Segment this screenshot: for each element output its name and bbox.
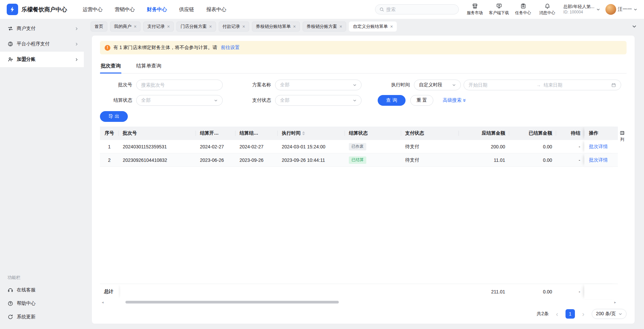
field-label: 执行时间 xyxy=(378,82,410,88)
table-row[interactable]: 2 20230926104410832 2023-06-26 2023-09-2… xyxy=(100,153,618,167)
sidebar-item-label: 系统更新 xyxy=(17,314,36,320)
exec-time-mode-select[interactable]: 自定义时段 xyxy=(414,80,461,90)
warning-icon: ! xyxy=(105,45,110,51)
table-header-row: 序号 批次号 结算开… 结算结… 执行时间 结算状态 支付状态 应结算金额 已 xyxy=(100,127,618,140)
filter-plan-name: 方案名称 全部 xyxy=(239,80,362,90)
nav-operation-center[interactable]: 运营中心 xyxy=(83,6,103,13)
table-row[interactable]: 1 20240301152359531 2024-02-27 2024-02-2… xyxy=(100,140,618,153)
tabstrip-collapse-button[interactable] xyxy=(631,23,638,30)
close-icon[interactable]: × xyxy=(293,24,296,29)
tab-payment-records[interactable]: 支付记录 × xyxy=(143,21,174,32)
tab-batch-query[interactable]: 批次查询 xyxy=(100,59,121,73)
scrollbar-thumb[interactable] xyxy=(125,301,338,303)
sidebar-item-merchant-pay[interactable]: 商户支付 xyxy=(0,21,84,36)
column-settings-button[interactable]: 列 xyxy=(618,127,627,304)
cell-pay-status: 待支付 xyxy=(401,153,459,167)
cell-settle-start: 2023-06-26 xyxy=(196,153,235,167)
chevron-down-icon xyxy=(452,83,456,87)
sidebar-item-online-service[interactable]: 在线客服 xyxy=(0,283,84,297)
cell-pay-status: 待支付 xyxy=(401,140,459,153)
date-range-picker[interactable]: → xyxy=(464,80,621,90)
summary-row: 总计 211.01 0.00 - xyxy=(100,284,618,299)
task-center-button[interactable]: 任务中心 xyxy=(513,3,534,16)
cell-action: 批次详情 xyxy=(584,153,618,167)
scroll-right-arrow[interactable]: ▸ xyxy=(612,300,618,304)
search-button[interactable]: 查询 xyxy=(378,95,406,106)
batch-no-input[interactable] xyxy=(141,82,218,88)
scrollbar-track[interactable] xyxy=(105,301,612,303)
tab-settlement-query[interactable]: 结算单查询 xyxy=(136,59,162,73)
client-download-button[interactable]: 客户端下载 xyxy=(488,3,510,16)
end-date-input[interactable] xyxy=(544,82,609,88)
org-id: ID: 100004 xyxy=(564,10,583,15)
sidebar-item-label: 商户支付 xyxy=(17,26,36,32)
tab-coupon-split-plan[interactable]: 券核销分账方案 × xyxy=(303,21,346,32)
close-icon[interactable]: × xyxy=(390,24,393,29)
header-cell-action: 操作 xyxy=(584,127,618,140)
page-1-button[interactable]: 1 xyxy=(566,309,575,319)
pay-status-select[interactable]: 全部 xyxy=(275,95,362,106)
batch-detail-link[interactable]: 批次详情 xyxy=(589,157,608,163)
tab-coupon-split-settlement[interactable]: 券核销分账结算单 × xyxy=(252,21,300,32)
chevron-down-icon xyxy=(634,8,637,11)
sidebar-item-help-center[interactable]: 帮助中心 xyxy=(0,297,84,310)
nav-report-center[interactable]: 报表中心 xyxy=(206,6,226,13)
nav-marketing-center[interactable]: 营销中心 xyxy=(115,6,135,13)
sidebar-item-franchise-split[interactable]: 加盟分账 xyxy=(0,52,84,67)
prev-page-button[interactable]: ‹ xyxy=(553,309,561,319)
nav-supply-chain[interactable]: 供应链 xyxy=(179,6,194,13)
header-cell-amount-pending: 待结 xyxy=(556,127,584,140)
close-icon[interactable]: × xyxy=(339,24,342,29)
reset-button[interactable]: 重置 xyxy=(410,95,433,106)
service-market-button[interactable]: 服务市场 xyxy=(464,3,486,16)
summary-action-cell xyxy=(584,284,618,299)
advanced-search-link[interactable]: 高级搜索 xyxy=(443,97,466,103)
org-switcher[interactable]: 总部/年轻人第... ID: 100004 xyxy=(564,4,600,14)
user-menu[interactable]: 汪一一 xyxy=(605,4,637,15)
tab-label: 自定义分账结算单 xyxy=(353,23,388,30)
tab-home[interactable]: 首页 xyxy=(91,21,107,32)
start-date-input[interactable] xyxy=(469,82,534,88)
message-center-button[interactable]: 消息中心 xyxy=(537,3,558,16)
chevron-right-icon xyxy=(75,42,78,46)
global-search[interactable] xyxy=(375,4,459,14)
header-cell-exec-time[interactable]: 执行时间 xyxy=(278,127,345,140)
page-size-select[interactable]: 200 条/页 xyxy=(592,309,627,319)
sidebar-item-label: 帮助中心 xyxy=(17,300,36,307)
advanced-search-label: 高级搜索 xyxy=(443,97,462,103)
close-icon[interactable]: × xyxy=(209,24,212,29)
tab-custom-split-settlement[interactable]: 自定义分账结算单 × xyxy=(349,21,397,32)
filter-row-2: 结算状态 全部 支付状态 全部 xyxy=(100,95,627,106)
sort-icon[interactable] xyxy=(302,131,305,135)
search-input[interactable] xyxy=(386,7,454,12)
task-center-icon xyxy=(520,3,526,9)
cell-amount-due: 200.00 xyxy=(459,140,509,153)
tab-store-split-plan[interactable]: 门店分账方案 × xyxy=(176,21,216,32)
go-to-settings-link[interactable]: 前往设置 xyxy=(221,45,240,51)
batch-detail-link[interactable]: 批次详情 xyxy=(589,144,608,150)
refresh-icon xyxy=(7,314,13,320)
sidebar-item-platform-miniprogram-pay[interactable]: 平台小程序支付 xyxy=(0,36,84,52)
sidebar-item-system-update[interactable]: 系统更新 xyxy=(0,310,84,324)
quick-action-label: 任务中心 xyxy=(515,10,531,16)
tab-my-merchant[interactable]: 我的商户 × xyxy=(110,21,141,32)
summary-spacer xyxy=(119,284,459,299)
cell-settle-end: 2024-02-27 xyxy=(235,140,278,153)
store-icon xyxy=(472,3,478,9)
cell-settle-end: 2023-09-26 xyxy=(235,153,278,167)
sidebar: 商户支付 平台小程序支付 加盟分账 xyxy=(0,19,84,329)
nav-finance-center[interactable]: 财务中心 xyxy=(147,6,167,13)
export-button[interactable]: 导出 xyxy=(100,111,128,122)
tab-payout-records[interactable]: 付款记录 × xyxy=(219,21,249,32)
tab-label: 门店分账方案 xyxy=(180,23,207,30)
close-icon[interactable]: × xyxy=(167,24,170,29)
plan-name-select[interactable]: 全部 xyxy=(275,80,362,90)
next-page-button[interactable]: › xyxy=(579,309,588,319)
cell-settle-start: 2024-02-27 xyxy=(196,140,235,153)
scroll-left-arrow[interactable]: ◂ xyxy=(100,300,105,304)
filter-batch-no: 批次号 xyxy=(100,80,223,90)
settle-status-select[interactable]: 全部 xyxy=(136,95,223,106)
close-icon[interactable]: × xyxy=(134,24,137,29)
header-cell-amount-settled: 已结算金额 xyxy=(509,127,556,140)
close-icon[interactable]: × xyxy=(243,24,245,29)
